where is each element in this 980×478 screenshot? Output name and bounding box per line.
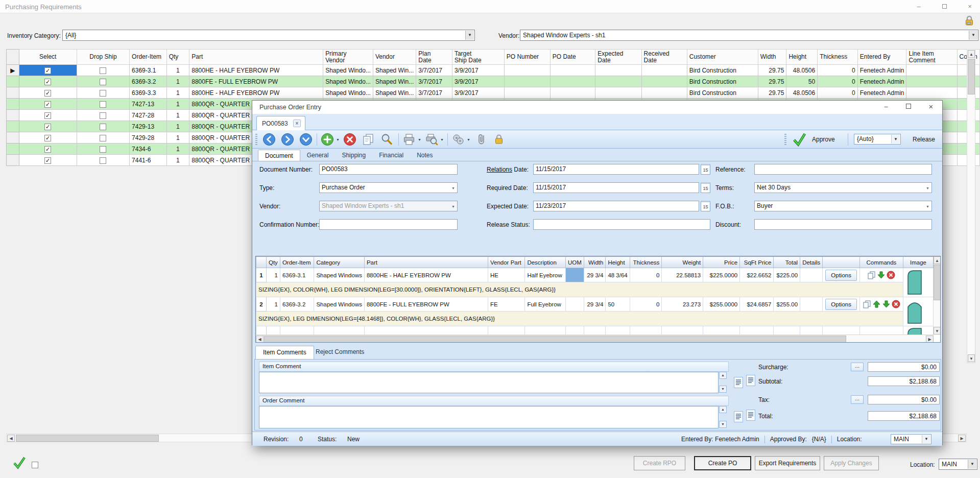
cell-part[interactable]: 8800HE - HALF EYEBROW PW [189, 65, 323, 76]
scroll-down-icon[interactable]: ▼ [968, 354, 975, 362]
scroll-left-icon[interactable]: ◀ [7, 435, 15, 442]
tab-notes[interactable]: Notes [410, 150, 439, 161]
cell-vendor[interactable]: Shaped Win... [373, 87, 416, 99]
grid-cell-thickness[interactable]: 0 [630, 326, 662, 335]
select-checkbox[interactable]: ✓ [44, 157, 51, 164]
grid-cell-price[interactable]: $225.0000 [703, 268, 740, 282]
cell-received_date[interactable] [641, 87, 687, 99]
dialog-location-dropdown-icon[interactable]: ▼ [922, 435, 930, 443]
grid-cell-category[interactable]: Shaped Windows [314, 297, 365, 312]
reference-input[interactable] [754, 164, 932, 175]
drop-ship-checkbox[interactable] [100, 112, 106, 119]
tab-shipping[interactable]: Shipping [335, 150, 372, 161]
grid-item-row[interactable]: 216369-3.2Shaped Windows8800FE - FULL EY… [256, 297, 934, 312]
cell-target_ship_date[interactable]: 3/9/2017 [452, 76, 504, 87]
copy-item-icon[interactable] [863, 300, 871, 308]
grid-column-header[interactable]: Thickness [630, 257, 662, 268]
cell-plan_date[interactable]: 3/7/2017 [416, 76, 452, 87]
drop-ship-checkbox[interactable] [100, 90, 106, 97]
goto-button[interactable] [299, 133, 313, 146]
order-comment-scroll-down-icon[interactable]: ▼ [719, 421, 727, 428]
item-comment-scroll-down-icon[interactable]: ▼ [719, 386, 727, 393]
grid-cell-width[interactable]: 29 3/4 [584, 268, 606, 282]
row-selector[interactable]: ▶ [7, 65, 19, 76]
drop-ship-cell[interactable] [77, 132, 129, 144]
drop-ship-checkbox[interactable] [100, 124, 106, 130]
cell-order_item[interactable]: 6369-3.3 [130, 87, 167, 99]
tab-document[interactable]: Document [258, 150, 300, 161]
lock-icon[interactable] [963, 15, 975, 27]
forward-button[interactable] [281, 133, 294, 146]
cell-primary_vendor[interactable]: Shaped Windo... [323, 87, 373, 99]
cell-entered_by[interactable]: Fenetech Admin [857, 65, 906, 76]
grid-cell-part[interactable]: 8800FE - FULL EYEBROW PW [364, 297, 488, 312]
grid-cell-width[interactable]: 29 3/4 [584, 326, 606, 335]
expected-date-calendar-button[interactable]: 15 [701, 201, 710, 211]
subtotal-lines-icon[interactable] [746, 375, 755, 386]
surcharge-input[interactable]: $0.00 [868, 362, 940, 372]
grid-cell-sqft_price[interactable]: $24.6857 [740, 297, 774, 312]
delete-item-icon[interactable] [892, 300, 900, 308]
column-header[interactable]: Target Ship Date [452, 50, 504, 65]
select-cell[interactable]: ✓ [19, 65, 77, 76]
release-status-input[interactable] [533, 219, 710, 230]
fob-select[interactable]: Buyer▼ [754, 201, 932, 211]
column-header[interactable]: Customer [687, 50, 758, 65]
move-down-icon[interactable] [877, 271, 886, 279]
select-cell[interactable]: ✓ [19, 76, 77, 87]
move-down-icon[interactable] [882, 300, 891, 308]
grid-cell-details[interactable] [800, 297, 823, 312]
copy-button[interactable] [362, 133, 375, 146]
discount-input[interactable] [754, 219, 932, 230]
cell-height[interactable]: 50 [786, 76, 818, 87]
tab-financial[interactable]: Financial [372, 150, 410, 161]
grid-column-header[interactable]: Description [525, 257, 566, 268]
drop-ship-checkbox[interactable] [100, 67, 106, 74]
select-checkbox[interactable]: ✓ [44, 90, 51, 97]
grid-cell-price[interactable]: $225.0000 [703, 326, 740, 335]
select-cell[interactable]: ✓ [19, 121, 77, 132]
grid-cell-sqft_price[interactable]: $22.6652 [740, 326, 774, 335]
document-number-input[interactable]: PO00583 [319, 164, 458, 175]
item-comment-lines-icon[interactable] [734, 377, 743, 388]
grid-cell-sqft_price[interactable]: $22.6652 [740, 268, 774, 282]
subtotal-input[interactable]: $2,188.68 [868, 376, 940, 386]
cell-po_date[interactable] [550, 87, 595, 99]
row-selector[interactable] [7, 99, 19, 110]
cell-part[interactable]: 8800FE - FULL EYEBROW PW [189, 76, 323, 87]
select-checkbox[interactable]: ✓ [44, 124, 51, 130]
row-selector[interactable] [7, 155, 19, 166]
select-cell[interactable]: ✓ [19, 155, 77, 166]
cell-order_item[interactable]: 7434-6 [130, 144, 167, 155]
drop-ship-checkbox[interactable] [100, 135, 106, 141]
fob-dropdown-icon[interactable]: ▼ [926, 205, 929, 208]
grid-column-header[interactable]: Vendor Part [488, 257, 524, 268]
inventory-category-dropdown-icon[interactable]: ▼ [465, 31, 474, 40]
grid-item-row[interactable]: 116369-3.1Shaped Windows8800HE - HALF EY… [256, 268, 934, 282]
cell-entered_by[interactable]: Fenetech Admin [857, 76, 906, 87]
cell-qty[interactable]: 1 [166, 76, 189, 87]
grid-column-header[interactable]: Height [606, 257, 630, 268]
grid-column-header[interactable]: Details [800, 257, 823, 268]
select-cell[interactable]: ✓ [19, 87, 77, 99]
dialog-close-button[interactable]: × [924, 102, 938, 111]
grid-cell-description[interactable]: Half Eyebrow [525, 326, 566, 335]
cell-expected_date[interactable] [595, 76, 641, 87]
restore-button[interactable] [938, 2, 951, 11]
grid-cell-uom[interactable] [565, 297, 584, 312]
column-header[interactable]: Drop Ship [77, 50, 129, 65]
table-row[interactable]: ✓6369-3.318800HE - HALF EYEBROW PWShaped… [7, 87, 980, 99]
row-selector[interactable] [7, 76, 19, 87]
column-header[interactable]: Entered By [857, 50, 906, 65]
scroll-up-icon[interactable]: ▲ [968, 50, 975, 58]
footer-location-select[interactable]: MAIN ▼ [939, 459, 977, 470]
drop-ship-cell[interactable] [77, 121, 129, 132]
print-preview-dropdown-icon[interactable]: ▼ [440, 138, 444, 141]
grid-column-header[interactable]: Qty [266, 257, 280, 268]
column-header[interactable]: Qty [166, 50, 189, 65]
grid-cell-category[interactable]: Shaped Windows [314, 268, 365, 282]
cell-customer[interactable]: Bird Construction [687, 65, 758, 76]
cell-entered_by[interactable]: Fenetech Admin [857, 87, 906, 99]
cell-order_item[interactable]: 7441-6 [130, 155, 167, 166]
cell-po_number[interactable] [504, 87, 550, 99]
